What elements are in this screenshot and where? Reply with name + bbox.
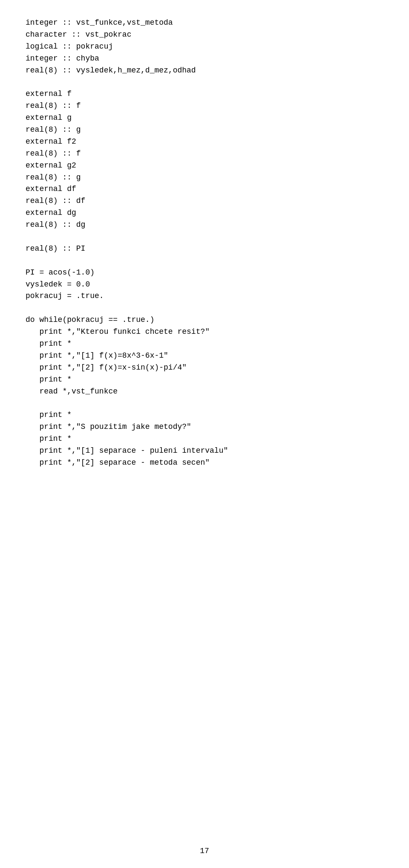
code-line: print *,"[2] f(x)=x-sin(x)-pi/4": [26, 362, 383, 374]
code-line: real(8) :: f: [26, 100, 383, 112]
code-line: external g: [26, 112, 383, 124]
code-line: external df: [26, 183, 383, 195]
code-line: print *,"[2] separace - metoda secen": [26, 457, 383, 469]
code-line: external f: [26, 88, 383, 100]
code-line: real(8) :: dg: [26, 219, 383, 231]
code-line: [26, 255, 383, 267]
code-line: print *: [26, 433, 383, 445]
code-line: external dg: [26, 207, 383, 219]
code-line: print *: [26, 374, 383, 386]
code-line: real(8) :: g: [26, 124, 383, 136]
page-container: integer :: vst_funkce,vst_metodacharacte…: [0, 0, 409, 868]
code-line: read *,vst_funkce: [26, 386, 383, 398]
code-line: integer :: chyba: [26, 53, 383, 65]
code-line: print *,"S pouzitim jake metody?": [26, 421, 383, 433]
page-number: 17: [200, 847, 209, 855]
code-line: [26, 231, 383, 243]
code-line: PI = acos(-1.0): [26, 267, 383, 279]
code-line: [26, 76, 383, 88]
code-line: real(8) :: df: [26, 195, 383, 207]
code-line: real(8) :: vysledek,h_mez,d_mez,odhad: [26, 65, 383, 77]
code-line: pokracuj = .true.: [26, 290, 383, 302]
code-line: print *,"[1] separace - puleni intervalu…: [26, 445, 383, 457]
code-line: print *: [26, 409, 383, 421]
code-line: [26, 398, 383, 410]
code-line: character :: vst_pokrac: [26, 29, 383, 41]
code-line: print *: [26, 338, 383, 350]
code-line: print *,"[1] f(x)=8x^3-6x-1": [26, 350, 383, 362]
code-line: real(8) :: f: [26, 148, 383, 160]
code-line: do while(pokracuj == .true.): [26, 314, 383, 326]
code-line: integer :: vst_funkce,vst_metoda: [26, 17, 383, 29]
code-line: real(8) :: g: [26, 172, 383, 184]
code-line: logical :: pokracuj: [26, 41, 383, 53]
code-line: print *,"Kterou funkci chcete resit?": [26, 326, 383, 338]
code-line: external f2: [26, 136, 383, 148]
code-line: vysledek = 0.0: [26, 279, 383, 291]
code-line: [26, 302, 383, 314]
code-line: real(8) :: PI: [26, 243, 383, 255]
code-block: integer :: vst_funkce,vst_metodacharacte…: [26, 17, 383, 469]
code-line: external g2: [26, 160, 383, 172]
